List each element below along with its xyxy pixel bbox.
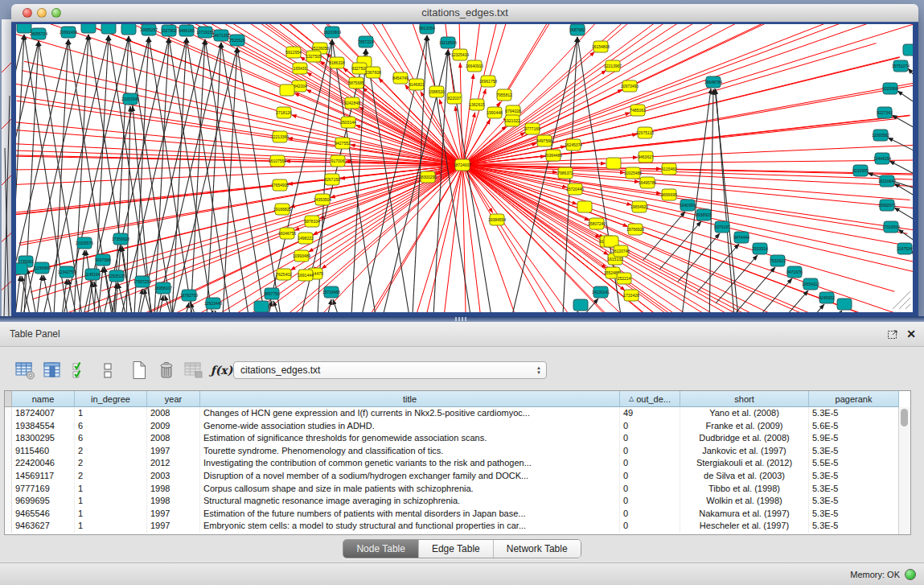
table-cell[interactable]: 1 — [75, 495, 147, 508]
table-cell[interactable]: 9115460 — [12, 445, 75, 458]
table-cell[interactable]: Franke et al. (2009) — [680, 420, 809, 433]
table-row[interactable]: 977716911998Corpus callosum shape and si… — [5, 483, 910, 496]
table-cell[interactable]: 1997 — [147, 445, 200, 458]
table-cell[interactable]: 14569117 — [12, 470, 75, 483]
graph-node[interactable] — [280, 84, 294, 96]
table-cell[interactable]: 2012 — [147, 457, 200, 470]
red-edge[interactable] — [643, 24, 913, 109]
table-cell[interactable]: 5.3E-5 — [809, 508, 899, 521]
red-edge[interactable] — [507, 24, 682, 91]
red-edge[interactable] — [635, 299, 906, 312]
black-edge[interactable] — [183, 303, 189, 312]
table-cell[interactable]: Changes of HCN gene expression and I(f) … — [200, 407, 620, 420]
table-cell[interactable]: 2008 — [147, 407, 200, 420]
black-edge[interactable] — [892, 115, 913, 134]
table-cell[interactable]: Yano et al. (2008) — [680, 407, 809, 420]
table-cell[interactable]: 18724007 — [12, 407, 75, 420]
red-edge[interactable] — [605, 24, 864, 43]
table-cell[interactable]: Wolkin et al. (1998) — [680, 495, 809, 508]
delete-column-button[interactable] — [155, 360, 177, 381]
tab-node-table[interactable]: Node Table — [343, 540, 418, 558]
table-cell[interactable]: Disruption of a novel member of a sodium… — [200, 470, 620, 483]
table-cell[interactable]: Estimation of the future numbers of pati… — [200, 508, 620, 521]
column-header-pagerank[interactable]: pagerank — [809, 391, 899, 407]
table-row[interactable]: 2242004622012Investigating the contribut… — [5, 457, 910, 470]
table-cell[interactable]: Embryonic stem cells: a model to study s… — [200, 520, 620, 533]
table-cell[interactable]: 1998 — [147, 495, 200, 508]
black-edge[interactable] — [189, 39, 205, 312]
table-cell[interactable]: 1998 — [147, 483, 200, 496]
black-edge[interactable] — [35, 275, 42, 312]
panel-splitter[interactable] — [0, 316, 924, 322]
splitter-grip-icon[interactable] — [455, 317, 466, 321]
graph-node[interactable] — [903, 44, 913, 56]
table-cell[interactable]: 49 — [620, 407, 680, 420]
graph-node[interactable] — [254, 301, 269, 312]
table-cell[interactable]: Genome-wide association studies in ADHD. — [200, 420, 620, 433]
table-cell[interactable]: 0 — [620, 420, 680, 433]
red-edge[interactable] — [651, 142, 913, 157]
table-settings-button[interactable] — [14, 360, 36, 381]
black-edge[interactable] — [897, 91, 913, 109]
column-header-out-de-[interactable]: △out_de... — [620, 391, 680, 407]
table-cell[interactable]: 5.3E-5 — [809, 483, 899, 496]
table-cell[interactable]: 0 — [620, 432, 680, 445]
black-edge[interactable] — [86, 282, 92, 312]
table-cell[interactable]: 5.9E-5 — [809, 432, 899, 445]
function-builder-button[interactable]: ƒ(x) — [211, 360, 232, 381]
red-edge[interactable] — [379, 78, 775, 312]
table-cell[interactable]: 1 — [75, 508, 147, 521]
red-edge[interactable] — [478, 24, 557, 100]
red-edge[interactable] — [516, 24, 749, 108]
table-row[interactable]: 969969511998Structural magnetic resonanc… — [5, 495, 910, 508]
table-cell[interactable]: Dudbridge et al. (2008) — [680, 432, 809, 445]
table-row[interactable]: 1456911722003Disruption of a novel membe… — [5, 470, 910, 483]
table-cell[interactable]: 19384554 — [12, 420, 75, 433]
network-canvas[interactable]: 2405572420691406106552571527802846616010… — [16, 24, 913, 312]
table-cell[interactable]: Tibbo et al. (1998) — [680, 483, 809, 496]
graph-node[interactable] — [101, 24, 116, 34]
graph-node[interactable] — [577, 201, 592, 212]
table-cell[interactable]: 5.3E-5 — [809, 470, 899, 483]
table-cell[interactable]: Hescheler et al. (1997) — [680, 520, 809, 533]
column-header-short[interactable]: short — [680, 391, 809, 407]
red-edge[interactable] — [640, 231, 913, 312]
graph-node[interactable] — [606, 158, 621, 169]
float-panel-icon[interactable] — [887, 328, 898, 340]
table-cell[interactable]: 22420046 — [12, 457, 75, 470]
tab-network-table[interactable]: Network Table — [493, 540, 581, 558]
table-cell[interactable]: 0 — [620, 445, 680, 458]
graph-node[interactable] — [837, 299, 852, 310]
graph-node[interactable] — [121, 24, 136, 35]
graph-node[interactable] — [81, 24, 96, 33]
table-vertical-scrollbar[interactable] — [898, 407, 910, 534]
table-cell[interactable]: 5.6E-5 — [809, 420, 899, 433]
table-row[interactable]: 1938455462009Genome-wide association stu… — [5, 420, 910, 433]
column-header-in-degree[interactable]: in_degree — [75, 391, 147, 407]
column-header-title[interactable]: title — [200, 391, 620, 407]
table-cell[interactable]: 1 — [75, 407, 147, 420]
table-cell[interactable]: 2003 — [147, 470, 200, 483]
table-cell[interactable]: 0 — [620, 520, 680, 533]
table-cell[interactable]: Corpus callosum shape and size in male p… — [200, 483, 620, 496]
red-edge[interactable] — [650, 72, 913, 132]
black-edge[interactable] — [129, 36, 177, 312]
table-cell[interactable]: Structural magnetic resonance image aver… — [200, 495, 620, 508]
table-row[interactable]: 1872400712008Changes of HCN gene express… — [5, 407, 910, 420]
black-edge[interactable] — [205, 43, 221, 312]
red-edge[interactable] — [619, 262, 910, 312]
red-edge[interactable] — [625, 253, 913, 312]
table-cell[interactable]: Jankovic et al. (1997) — [680, 445, 809, 458]
red-edge[interactable] — [536, 24, 840, 126]
red-edge[interactable] — [294, 24, 881, 230]
black-edge[interactable] — [355, 35, 427, 312]
table-row[interactable]: 946362711997Embryonic stem cells: a mode… — [5, 520, 910, 533]
red-edge[interactable] — [638, 173, 913, 189]
black-edge[interactable] — [782, 304, 824, 312]
black-edge[interactable] — [215, 311, 228, 312]
table-cell[interactable]: 1997 — [147, 508, 200, 521]
red-edge[interactable] — [408, 74, 474, 312]
black-edge[interactable] — [643, 212, 685, 260]
black-edge[interactable] — [16, 276, 20, 312]
table-row[interactable]: 911546021997Tourette syndrome. Phenomeno… — [5, 445, 910, 458]
